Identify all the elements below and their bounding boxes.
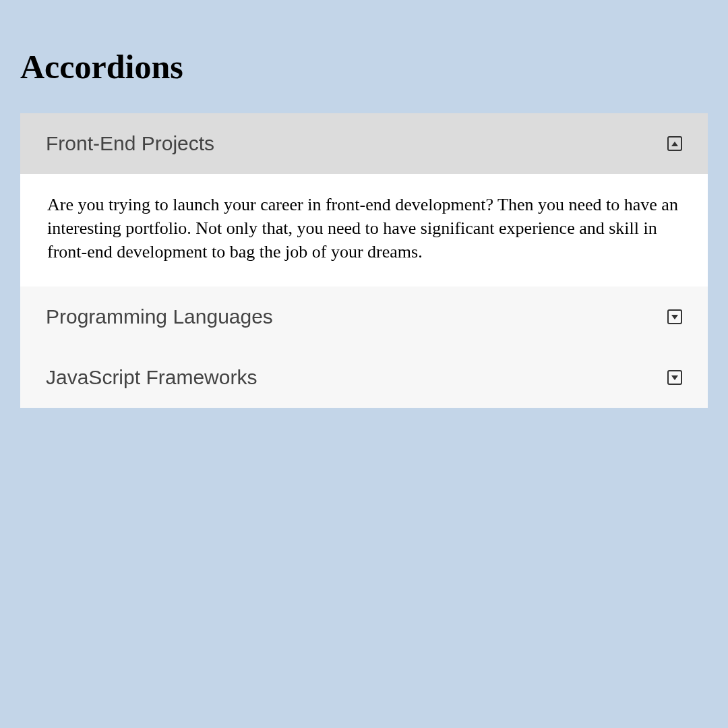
accordion-container: Front-End Projects Are you trying to lau… <box>20 113 708 408</box>
accordion-content-frontend: Are you trying to launch your career in … <box>20 174 708 286</box>
accordion-header-programming[interactable]: Programming Languages <box>20 286 708 347</box>
page-title: Accordions <box>20 47 708 86</box>
accordion-title: JavaScript Frameworks <box>46 366 257 389</box>
accordion-header-frontend[interactable]: Front-End Projects <box>20 113 708 174</box>
accordion-title: Programming Languages <box>46 305 273 328</box>
collapse-icon <box>667 136 682 151</box>
expand-icon <box>667 370 682 385</box>
expand-icon <box>667 309 682 324</box>
accordion-header-javascript[interactable]: JavaScript Frameworks <box>20 347 708 408</box>
accordion-title: Front-End Projects <box>46 132 214 155</box>
